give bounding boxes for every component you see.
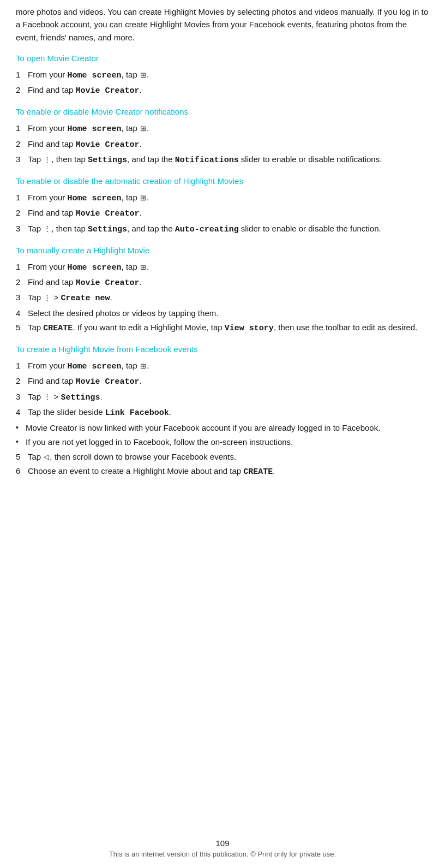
step-text: From your Home screen, tap ⊞. [28,122,429,135]
step-item: 5 Tap ◁, then scroll down to browse your… [16,450,429,463]
step-text: Tap the slider beside Link Facebook. [28,406,429,419]
step-item: 2 Find and tap Movie Creator. [16,374,429,388]
bold-term: Movie Creator [76,209,140,218]
step-item: 2 Find and tap Movie Creator. [16,138,429,151]
step-text: From your Home screen, tap ⊞. [28,260,429,274]
step-number: 6 [16,465,28,477]
step-item: 1 From your Home screen, tap ⊞. [16,260,429,274]
step-item: 5 Tap CREATE. If you want to edit a High… [16,321,429,335]
menu-icon: ⋮ [44,154,51,165]
page-footer: 109 This is an internet version of this … [0,839,445,858]
bold-term: Home screen [68,362,122,371]
bullet-icon: • [16,436,26,448]
back-icon: ◁ [44,451,49,462]
step-text: Find and tap Movie Creator. [28,374,429,388]
step-text: Find and tap Movie Creator. [28,84,429,97]
bold-term: Movie Creator [76,377,140,387]
bold-term: Movie Creator [76,278,140,288]
bold-term: Settings [61,393,100,402]
apps-icon: ⊞ [140,361,146,372]
heading-facebook-events: To create a Highlight Movie from Faceboo… [16,344,429,354]
apps-icon: ⊞ [140,123,146,134]
bold-term: CREATE [243,467,273,477]
heading-manually-create: To manually create a Highlight Movie [16,246,429,255]
steps-notifications: 1 From your Home screen, tap ⊞. 2 Find a… [16,122,429,167]
sub-bullet-item: • Movie Creator is now linked with your … [16,421,429,434]
sub-bullet-text: If you are not yet logged in to Facebook… [26,436,429,448]
sub-bullets: • Movie Creator is now linked with your … [16,421,429,449]
bold-term: CREATE [43,324,73,333]
step-number: 4 [16,307,28,319]
step-text: Tap CREATE. If you want to edit a Highli… [28,321,429,335]
intro-paragraph: more photos and videos. You can create H… [16,5,429,44]
step-number: 2 [16,374,28,387]
step-item: 1 From your Home screen, tap ⊞. [16,359,429,373]
step-text: Choose an event to create a Highlight Mo… [28,465,429,478]
step-text: From your Home screen, tap ⊞. [28,68,429,82]
bold-term: Home screen [68,71,122,80]
heading-auto-creation: To enable or disable the automatic creat… [16,176,429,186]
step-text: Find and tap Movie Creator. [28,206,429,220]
bold-term: Home screen [68,194,122,203]
step-item: 4 Select the desired photos or videos by… [16,307,429,319]
bold-term: Settings [88,156,127,165]
step-item: 1 From your Home screen, tap ⊞. [16,191,429,205]
steps-facebook-events: 1 From your Home screen, tap ⊞. 2 Find a… [16,359,429,478]
step-number: 1 [16,260,28,273]
step-text: Tap ◁, then scroll down to browse your F… [28,450,429,463]
bold-term: Movie Creator [76,86,140,96]
step-number: 2 [16,138,28,150]
heading-open-movie-creator: To open Movie Creator [16,53,429,63]
step-item: 1 From your Home screen, tap ⊞. [16,68,429,82]
step-number: 5 [16,321,28,334]
step-item: 3 Tap ⋮, then tap Settings, and tap the … [16,153,429,167]
steps-manually-create: 1 From your Home screen, tap ⊞. 2 Find a… [16,260,429,335]
step-number: 5 [16,450,28,463]
heading-notifications: To enable or disable Movie Creator notif… [16,107,429,116]
step-item: 6 Choose an event to create a Highlight … [16,465,429,478]
bold-term: Link Facebook [105,408,169,418]
step-item: 2 Find and tap Movie Creator. [16,84,429,97]
bold-term: Home screen [68,263,122,272]
step-number: 1 [16,359,28,372]
step-item: 2 Find and tap Movie Creator. [16,206,429,220]
footer-note: This is an internet version of this publ… [0,850,445,858]
step-text: Tap ⋮, then tap Settings, and tap the Au… [28,222,429,236]
step-number: 2 [16,206,28,219]
step-number: 1 [16,122,28,134]
bullet-icon: • [16,422,26,434]
step-number: 1 [16,68,28,81]
bold-term: Create new [61,294,110,303]
step-item: 3 Tap ⋮ > Create new. [16,291,429,305]
step-item: 3 Tap ⋮, then tap Settings, and tap the … [16,222,429,236]
step-number: 3 [16,390,28,403]
step-text: Find and tap Movie Creator. [28,138,429,151]
apps-icon: ⊞ [140,262,146,273]
step-number: 3 [16,291,28,304]
bold-term: Home screen [68,124,122,134]
steps-open-movie-creator: 1 From your Home screen, tap ⊞. 2 Find a… [16,68,429,98]
step-text: From your Home screen, tap ⊞. [28,191,429,205]
step-number: 3 [16,222,28,235]
bold-term: Auto-creating [175,225,239,234]
step-text: Tap ⋮ > Create new. [28,291,429,305]
menu-icon: ⋮ [44,391,51,402]
step-number: 2 [16,84,28,96]
step-item: 2 Find and tap Movie Creator. [16,276,429,289]
menu-icon: ⋮ [44,223,51,234]
sub-bullet-item: • If you are not yet logged in to Facebo… [16,436,429,448]
step-text: From your Home screen, tap ⊞. [28,359,429,373]
step-number: 1 [16,191,28,204]
step-item: 1 From your Home screen, tap ⊞. [16,122,429,135]
step-text: Find and tap Movie Creator. [28,276,429,289]
step-text: Select the desired photos or videos by t… [28,307,429,319]
page-content: more photos and videos. You can create H… [0,0,445,521]
apps-icon: ⊞ [140,193,146,204]
step-number: 3 [16,153,28,165]
bold-term: Settings [88,225,127,234]
bold-term: Notifications [175,156,239,165]
bold-term: View story [225,324,274,333]
steps-auto-creation: 1 From your Home screen, tap ⊞. 2 Find a… [16,191,429,236]
step-number: 4 [16,406,28,418]
step-number: 2 [16,276,28,288]
